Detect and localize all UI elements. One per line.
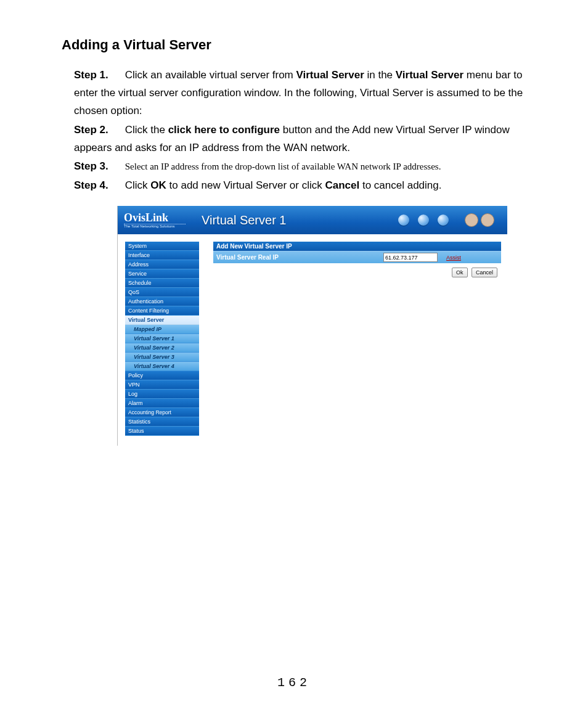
brand-tagline: The Total Networking Solutions: [124, 224, 186, 228]
step-text: Click: [125, 179, 151, 191]
sidebar-item-virtual-server-3[interactable]: Virtual Server 3: [125, 353, 199, 362]
avatar-icon: [465, 213, 478, 227]
sidebar-item-virtual-server[interactable]: Virtual Server: [125, 316, 199, 325]
virtual-server-ip-input[interactable]: [383, 253, 438, 262]
page-number: 162: [0, 676, 588, 690]
step-text-bold: click here to configure: [168, 124, 280, 136]
globe-icon: [438, 215, 449, 226]
sidebar-item-vpn[interactable]: VPN: [125, 380, 199, 390]
step-text-bold: Virtual Server: [296, 69, 364, 81]
sidebar-item-virtual-server-1[interactable]: Virtual Server 1: [125, 334, 199, 343]
step-text: to add new Virtual Server or click: [166, 179, 325, 191]
globe-icon: [398, 215, 409, 226]
step-text-bold: Cancel: [325, 179, 359, 191]
sidebar-item-content-filtering[interactable]: Content Filtering: [125, 306, 199, 316]
sidebar-item-qos[interactable]: QoS: [125, 288, 199, 297]
sidebar-item-service[interactable]: Service: [125, 269, 199, 279]
sidebar-item-status[interactable]: Status: [125, 427, 199, 436]
step-label: Step 1.: [74, 67, 122, 84]
sidebar-item-mapped-ip[interactable]: Mapped IP: [125, 325, 199, 334]
step-label: Step 3.: [74, 158, 122, 176]
step-label: Step 2.: [74, 121, 122, 139]
row-label: Virtual Server Real IP: [216, 254, 383, 261]
step-text: Click an available virtual server from: [125, 69, 296, 81]
assist-link[interactable]: Assist: [446, 255, 461, 261]
sidebar-item-virtual-server-2[interactable]: Virtual Server 2: [125, 343, 199, 353]
step-1: Step 1. Click an available virtual serve…: [74, 67, 533, 120]
step-2: Step 2. Click the click here to configur…: [74, 121, 533, 157]
embedded-screenshot: OvisLink The Total Networking Solutions …: [117, 206, 507, 446]
avatar-icon: [481, 213, 494, 227]
step-text-bold: Virtual Server: [396, 69, 463, 81]
sidebar-item-alarm[interactable]: Alarm: [125, 399, 199, 408]
sidebar-item-system[interactable]: System: [125, 242, 199, 251]
step-text: Select an IP address from the drop-down …: [125, 162, 441, 171]
globe-icon: [418, 215, 429, 226]
header-photo: [452, 206, 507, 234]
sidebar-item-schedule[interactable]: Schedule: [125, 279, 199, 288]
sidebar: System Interface Address Service Schedul…: [118, 234, 202, 446]
page-heading: Adding a Virtual Server: [62, 37, 533, 53]
step-text: in the: [364, 69, 396, 81]
sidebar-item-policy[interactable]: Policy: [125, 371, 199, 380]
header-icons: [398, 215, 449, 226]
form-row-real-ip: Virtual Server Real IP Assist: [213, 251, 501, 263]
sidebar-item-log[interactable]: Log: [125, 390, 199, 399]
step-4: Step 4. Click OK to add new Virtual Serv…: [74, 177, 533, 195]
app-header: OvisLink The Total Networking Solutions …: [118, 206, 507, 234]
step-text: Click the: [125, 124, 168, 136]
sidebar-item-address[interactable]: Address: [125, 260, 199, 269]
sidebar-item-accounting-report[interactable]: Accounting Report: [125, 408, 199, 417]
sidebar-item-authentication[interactable]: Authentication: [125, 297, 199, 306]
sidebar-item-statistics[interactable]: Statistics: [125, 417, 199, 427]
step-3: Step 3. Select an IP address from the dr…: [74, 158, 533, 176]
step-text-bold: OK: [150, 179, 166, 191]
page-title: Virtual Server 1: [202, 213, 286, 227]
sidebar-item-virtual-server-4[interactable]: Virtual Server 4: [125, 362, 199, 371]
step-text: to cancel adding.: [359, 179, 441, 191]
sidebar-item-interface[interactable]: Interface: [125, 251, 199, 260]
brand-logo: OvisLink The Total Networking Solutions: [118, 212, 186, 228]
step-label: Step 4.: [74, 177, 122, 195]
content-area: Add New Virtual Server IP Virtual Server…: [202, 234, 507, 444]
cancel-button[interactable]: Cancel: [472, 268, 497, 277]
ok-button[interactable]: Ok: [452, 268, 468, 277]
form-header: Add New Virtual Server IP: [213, 242, 501, 251]
brand-name: OvisLink: [124, 212, 186, 223]
